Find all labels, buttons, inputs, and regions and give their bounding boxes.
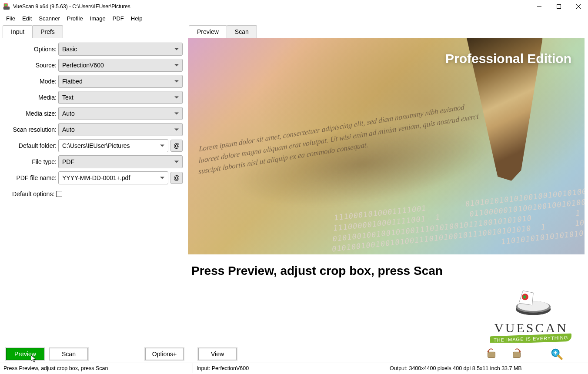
- svg-rect-0: [3, 7, 10, 10]
- titlebar: VueScan 9 x64 (9.5.63) - C:\Users\IEUser…: [0, 0, 588, 13]
- select-source[interactable]: PerfectionV600: [58, 59, 183, 72]
- select-media-size[interactable]: Auto: [58, 107, 183, 120]
- at-button-pdf[interactable]: @: [170, 172, 183, 184]
- value-options: Basic: [62, 46, 77, 53]
- rotate-right-icon[interactable]: [511, 348, 523, 360]
- right-tabs: Preview Scan: [189, 25, 585, 38]
- label-media: Media:: [5, 94, 58, 101]
- label-file-type: File type:: [5, 158, 58, 165]
- value-file-type: PDF: [62, 158, 74, 165]
- view-button[interactable]: View: [198, 348, 237, 360]
- logo-area: VUESCAN THE IMAGE IS EVERYTHING: [485, 288, 577, 343]
- status-input: Input: PerfectionV600: [193, 363, 386, 373]
- left-panel: Input Prefs Options: Basic Source: Perfe…: [0, 23, 186, 345]
- zoom-in-icon[interactable]: [551, 348, 563, 360]
- label-source: Source:: [5, 62, 58, 69]
- combo-default-folder[interactable]: C:\Users\IEUser\Pictures: [58, 139, 168, 152]
- left-button-group: Preview Scan Options+: [3, 348, 190, 360]
- row-media: Media: Text: [5, 91, 183, 104]
- label-media-size: Media size:: [5, 110, 58, 117]
- label-default-folder: Default folder:: [5, 142, 58, 149]
- row-options: Options: Basic: [5, 43, 183, 56]
- menu-file[interactable]: File: [3, 14, 19, 23]
- instruction-text: Press Preview, adjust crop box, press Sc…: [188, 254, 585, 278]
- menu-help[interactable]: Help: [127, 14, 146, 23]
- button-bar: Preview Scan Options+ View: [0, 345, 588, 363]
- svg-rect-2: [5, 4, 7, 6]
- row-default-options: Default options:: [5, 187, 183, 200]
- row-source: Source: PerfectionV600: [5, 59, 183, 72]
- splash-image: Lorem ipsum dolor sit amet, consectetuer…: [188, 38, 585, 254]
- app-icon: [3, 3, 10, 10]
- right-button-group: View: [190, 348, 585, 360]
- row-scan-resolution: Scan resolution: Auto: [5, 123, 183, 136]
- row-pdf-name: PDF file name: YYYY-MM-DD-0001+.pdf @: [5, 171, 183, 184]
- row-media-size: Media size: Auto: [5, 107, 183, 120]
- close-button[interactable]: [568, 0, 588, 13]
- menu-pdf[interactable]: PDF: [109, 14, 127, 23]
- minimize-button[interactable]: [529, 0, 549, 13]
- select-media[interactable]: Text: [58, 91, 183, 104]
- maximize-button[interactable]: [549, 0, 568, 13]
- select-file-type[interactable]: PDF: [58, 155, 183, 168]
- value-mode: Flatbed: [62, 78, 83, 85]
- status-hint: Press Preview, adjust crop box, press Sc…: [0, 363, 193, 373]
- menubar: File Edit Scanner Profile Image PDF Help: [0, 13, 588, 23]
- rotate-left-icon[interactable]: [485, 348, 498, 360]
- checkbox-default-options[interactable]: [56, 191, 62, 197]
- scanner-icon: [485, 288, 577, 320]
- statusbar: Press Preview, adjust crop box, press Sc…: [0, 363, 588, 373]
- tab-input[interactable]: Input: [3, 25, 33, 38]
- tab-preview[interactable]: Preview: [189, 25, 227, 38]
- select-options[interactable]: Basic: [58, 43, 183, 56]
- menu-scanner[interactable]: Scanner: [35, 14, 63, 23]
- menu-edit[interactable]: Edit: [19, 14, 35, 23]
- left-tabs: Input Prefs: [3, 25, 186, 38]
- edition-text: Professional Edition: [445, 51, 571, 66]
- right-icons: [478, 348, 585, 360]
- logo-name: VUESCAN: [485, 321, 577, 335]
- window-controls: [529, 0, 588, 13]
- combo-pdf-name[interactable]: YYYY-MM-DD-0001+.pdf: [58, 171, 168, 184]
- select-scan-resolution[interactable]: Auto: [58, 123, 183, 136]
- menu-profile[interactable]: Profile: [63, 14, 87, 23]
- preview-area: Lorem ipsum dolor sit amet, consectetuer…: [188, 38, 585, 343]
- select-mode[interactable]: Flatbed: [58, 75, 183, 88]
- value-media: Text: [62, 94, 74, 101]
- value-default-folder: C:\Users\IEUser\Pictures: [62, 142, 130, 149]
- preview-button-label: Preview: [14, 351, 36, 357]
- options-button[interactable]: Options+: [145, 348, 184, 360]
- value-media-size: Auto: [62, 110, 75, 117]
- form-area: Options: Basic Source: PerfectionV600 Mo…: [2, 38, 186, 208]
- label-options: Options:: [5, 46, 58, 53]
- row-default-folder: Default folder: C:\Users\IEUser\Pictures…: [5, 139, 183, 152]
- label-scan-resolution: Scan resolution:: [5, 126, 58, 133]
- right-panel: Preview Scan Lorem ipsum dolor sit amet,…: [186, 23, 588, 345]
- window-title: VueScan 9 x64 (9.5.63) - C:\Users\IEUser…: [13, 3, 130, 10]
- value-scan-resolution: Auto: [62, 126, 75, 133]
- svg-rect-12: [513, 352, 521, 357]
- value-source: PerfectionV600: [62, 62, 104, 69]
- tab-scan[interactable]: Scan: [227, 25, 257, 38]
- status-output: Output: 3400x4400 pixels 400 dpi 8.5x11 …: [386, 363, 588, 373]
- label-default-options: Default options:: [12, 190, 54, 197]
- svg-rect-4: [557, 5, 561, 9]
- tab-prefs[interactable]: Prefs: [32, 25, 63, 38]
- menu-image[interactable]: Image: [87, 14, 109, 23]
- row-mode: Mode: Flatbed: [5, 75, 183, 88]
- label-pdf-name: PDF file name:: [5, 174, 58, 181]
- row-file-type: File type: PDF: [5, 155, 183, 168]
- scan-button[interactable]: Scan: [50, 348, 88, 360]
- at-button-folder[interactable]: @: [170, 140, 183, 152]
- main-content: Input Prefs Options: Basic Source: Perfe…: [0, 23, 588, 345]
- svg-rect-11: [488, 352, 495, 357]
- value-pdf-name: YYYY-MM-DD-0001+.pdf: [62, 174, 130, 181]
- label-mode: Mode:: [5, 78, 58, 85]
- svg-line-16: [558, 356, 561, 359]
- preview-button[interactable]: Preview: [6, 348, 44, 360]
